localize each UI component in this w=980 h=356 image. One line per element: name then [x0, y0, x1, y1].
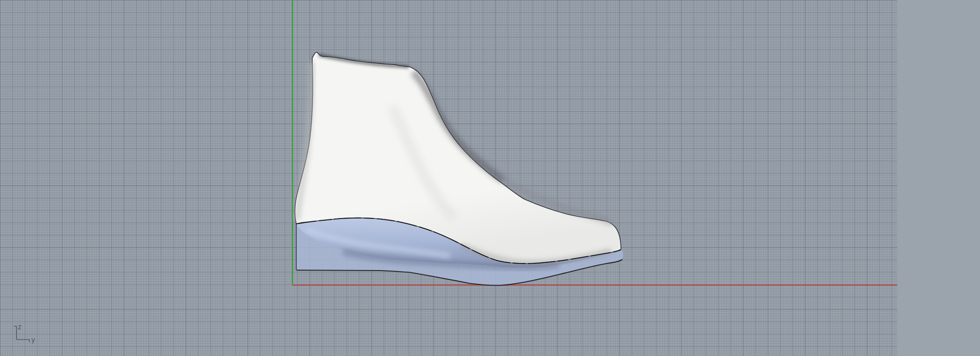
gizmo-y-label: y — [31, 336, 35, 344]
axis-gizmo: z y — [14, 323, 35, 344]
boot-model[interactable] — [295, 52, 623, 285]
gizmo-z-label: z — [18, 323, 21, 331]
gizmo-y-axis — [16, 340, 29, 342]
gizmo-z-axis — [14, 326, 16, 340]
cad-viewport[interactable]: z y — [0, 0, 980, 356]
model-scene: z y — [0, 0, 980, 356]
